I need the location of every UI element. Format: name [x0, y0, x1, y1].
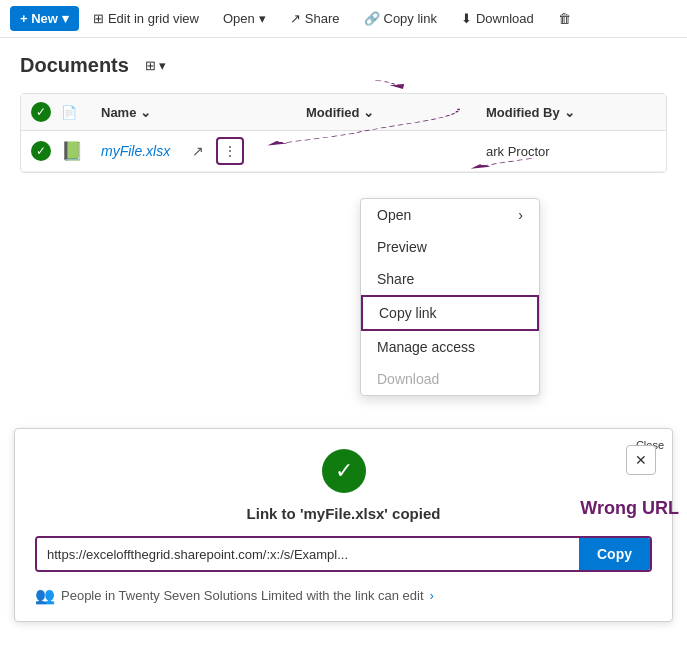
file-name-link[interactable]: myFile.xlsx	[101, 143, 170, 159]
context-menu-download[interactable]: Download	[361, 363, 539, 395]
row-check-cell[interactable]: ✓	[21, 141, 61, 161]
file-list: ✓ 📄 Name ⌄ Modified ⌄ Modified By ⌄ ✓	[20, 93, 667, 173]
edit-grid-label: Edit in grid view	[108, 11, 199, 26]
dialog-title: Link to 'myFile.xlsx' copied	[35, 505, 652, 522]
share-button[interactable]: ↗ Share	[280, 6, 350, 31]
delete-icon: 🗑	[558, 11, 571, 26]
page-title-row: Documents ⊞ ▾	[20, 54, 667, 77]
dialog-success-icon: ✓	[322, 449, 366, 493]
context-menu-manage-access[interactable]: Manage access	[361, 331, 539, 363]
select-all-check[interactable]: ✓	[31, 102, 51, 122]
modified-by-sort-icon: ⌄	[564, 105, 575, 120]
name-sort-icon: ⌄	[140, 105, 151, 120]
context-menu-open[interactable]: Open ›	[361, 199, 539, 231]
context-copy-link-label: Copy link	[379, 305, 437, 321]
grid-icon: ⊞	[93, 11, 104, 26]
dialog-close-area: ✕ Close	[636, 437, 664, 451]
modified-by-column-label: Modified By	[486, 105, 560, 120]
dialog-url-row: Copy	[35, 536, 652, 572]
more-actions-button[interactable]: ⋮	[216, 137, 244, 165]
copy-link-label: Copy link	[384, 11, 437, 26]
modified-column-label: Modified	[306, 105, 359, 120]
context-open-arrow: ›	[518, 207, 523, 223]
share-label: Share	[305, 11, 340, 26]
dialog-close-button[interactable]: ✕	[626, 445, 656, 475]
context-menu-preview[interactable]: Preview	[361, 231, 539, 263]
dialog-copy-button[interactable]: Copy	[579, 538, 650, 570]
context-menu-copy-link[interactable]: Copy link	[361, 295, 539, 331]
people-icon: 👥	[35, 586, 55, 605]
dialog-copy-label: Copy	[597, 546, 632, 562]
table-row: ✓ 📗 myFile.xlsx ↗ ⋮	[21, 131, 666, 172]
file-name-text: myFile.xlsx	[101, 143, 170, 159]
header-name[interactable]: Name ⌄	[101, 105, 306, 120]
new-button-label: + New	[20, 11, 58, 26]
dialog-footer: 👥 People in Twenty Seven Solutions Limit…	[35, 586, 652, 605]
close-icon: ✕	[635, 452, 647, 468]
copy-link-dialog: ✕ Close ✓ Link to 'myFile.xlsx' copied C…	[14, 428, 673, 622]
modified-sort-icon: ⌄	[363, 105, 374, 120]
share-icon: ↗	[290, 11, 301, 26]
context-menu-share[interactable]: Share	[361, 263, 539, 295]
row-modified-by-cell: ark Proctor	[486, 144, 666, 159]
new-button[interactable]: + New ▾	[10, 6, 79, 31]
open-button[interactable]: Open ▾	[213, 6, 276, 31]
row-check[interactable]: ✓	[31, 141, 51, 161]
row-icon-cell: 📗	[61, 140, 101, 162]
excel-icon: 📗	[61, 141, 83, 161]
view-chevron-icon: ▾	[159, 58, 166, 73]
header-icon-cell: 📄	[61, 104, 101, 120]
file-type-icon: 📄	[61, 105, 77, 120]
file-actions: ↗ ⋮	[184, 137, 244, 165]
context-share-label: Share	[377, 271, 414, 287]
download-label: Download	[476, 11, 534, 26]
share-file-icon: ↗	[192, 143, 204, 159]
context-download-label: Download	[377, 371, 439, 387]
wrong-url-text: Wrong URL	[580, 498, 679, 518]
header-modified[interactable]: Modified ⌄	[306, 105, 486, 120]
wrong-url-annotation: Wrong URL	[580, 498, 679, 519]
download-icon: ⬇	[461, 11, 472, 26]
copy-link-icon: 🔗	[364, 11, 380, 26]
name-column-label: Name	[101, 105, 136, 120]
row-name-cell: myFile.xlsx ↗ ⋮	[101, 137, 306, 165]
open-label: Open	[223, 11, 255, 26]
new-chevron-icon: ▾	[62, 11, 69, 26]
dialog-footer-text: People in Twenty Seven Solutions Limited…	[61, 588, 424, 603]
file-list-header: ✓ 📄 Name ⌄ Modified ⌄ Modified By ⌄	[21, 94, 666, 131]
toolbar: + New ▾ ⊞ Edit in grid view Open ▾ ↗ Sha…	[0, 0, 687, 38]
ellipsis-icon: ⋮	[223, 143, 237, 159]
page-title: Documents	[20, 54, 129, 77]
page-area: Documents ⊞ ▾ ✓ 📄 Name ⌄ Modified ⌄ Mo	[0, 38, 687, 189]
header-modified-by[interactable]: Modified By ⌄	[486, 105, 666, 120]
open-chevron-icon: ▾	[259, 11, 266, 26]
view-toggle-button[interactable]: ⊞ ▾	[137, 55, 174, 76]
header-check-cell[interactable]: ✓	[21, 102, 61, 122]
download-button[interactable]: ⬇ Download	[451, 6, 544, 31]
copy-link-button[interactable]: 🔗 Copy link	[354, 6, 447, 31]
delete-button[interactable]: 🗑	[548, 6, 581, 31]
modified-by-value: ark Proctor	[486, 144, 550, 159]
edit-grid-button[interactable]: ⊞ Edit in grid view	[83, 6, 209, 31]
context-open-label: Open	[377, 207, 411, 223]
view-icon: ⊞	[145, 58, 156, 73]
context-manage-access-label: Manage access	[377, 339, 475, 355]
footer-chevron-icon: ›	[430, 588, 434, 603]
dialog-url-input[interactable]	[37, 538, 579, 570]
context-menu: Open › Preview Share Copy link Manage ac…	[360, 198, 540, 396]
context-preview-label: Preview	[377, 239, 427, 255]
share-file-button[interactable]: ↗	[184, 137, 212, 165]
